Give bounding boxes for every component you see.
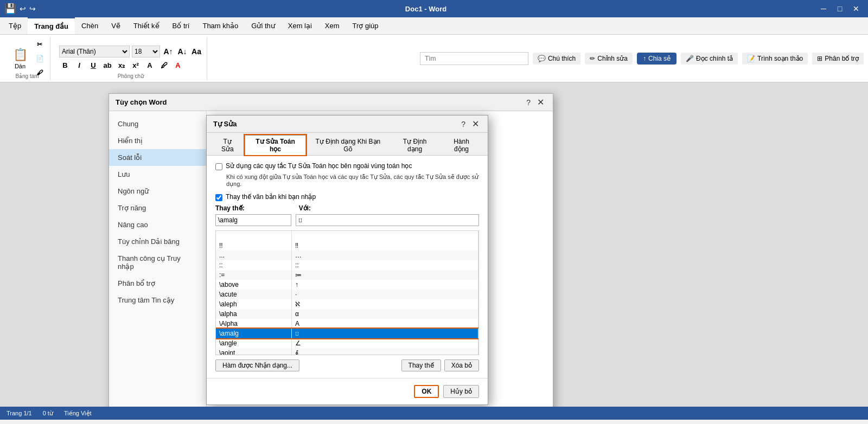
- menu-tab-insert[interactable]: Chèn: [75, 17, 105, 34]
- table-row[interactable]: \aoint∮: [216, 348, 478, 355]
- autocorrect-dialog: Tự Sửa ? ✕ Tự Sửa Tư Sửa Toán học Tự Địn…: [206, 115, 488, 405]
- right-ribbon-area: 💬 Chú thích ✏ Chỉnh sửa ↑ Chia sẻ 🎤 Đọc …: [420, 52, 864, 65]
- math-autocorrect-checkbox[interactable]: [215, 163, 222, 170]
- table-row[interactable]: \amalg⨿: [216, 329, 478, 338]
- close-button[interactable]: ✕: [848, 2, 864, 15]
- minimize-button[interactable]: ─: [816, 2, 831, 15]
- table-row[interactable]: ...…: [216, 250, 478, 260]
- sidebar-item-soat-loi[interactable]: Soát lỗi: [109, 149, 206, 166]
- menu-tab-layout[interactable]: Bố trí: [166, 17, 196, 34]
- font-size-select[interactable]: 18: [132, 46, 160, 57]
- tab-tu-sua-toan-hoc[interactable]: Tư Sửa Toán học: [245, 135, 305, 155]
- replace-text-checkbox[interactable]: [215, 194, 222, 201]
- sidebar-item-tro-nang[interactable]: Trợ năng: [109, 200, 206, 216]
- tab-hanh-dong[interactable]: Hành động: [441, 135, 482, 155]
- increase-font-button[interactable]: A↑: [162, 46, 174, 57]
- edit-button[interactable]: ✏ Chỉnh sửa: [585, 53, 633, 65]
- menu-tab-review[interactable]: Xem lại: [282, 17, 318, 34]
- highlight-button[interactable]: 🖊: [158, 60, 170, 72]
- replace-table-wrapper: !!‼...…:::::=≔\above↑\acute·\alephℵ\alph…: [215, 230, 479, 355]
- voi-cell: ‼: [292, 241, 478, 250]
- replace-column-headers: Thay thế: Với:: [215, 204, 479, 212]
- sidebar-item-chung[interactable]: Chung: [109, 115, 206, 132]
- subscript-button[interactable]: x₂: [116, 60, 127, 72]
- autocorrect-cancel-button[interactable]: Hủy bỏ: [443, 385, 479, 398]
- thay-the-cell: !!: [216, 241, 292, 250]
- menu-tab-home[interactable]: Trang đầu: [28, 17, 75, 34]
- recognized-functions-button[interactable]: Hàm được Nhận dạng...: [215, 359, 299, 371]
- thay-the-input[interactable]: [215, 214, 291, 226]
- voi-cell: ≔: [292, 270, 478, 280]
- menu-tab-draw[interactable]: Vẽ: [105, 17, 127, 34]
- copy-button[interactable]: 📄: [34, 53, 46, 65]
- thay-the-cell: \acute: [216, 290, 292, 299]
- table-row[interactable]: :=≔: [216, 270, 478, 280]
- table-row[interactable]: !!‼: [216, 241, 478, 250]
- decrease-font-button[interactable]: A↓: [176, 46, 188, 57]
- replace-button[interactable]: Thay thế: [401, 359, 441, 371]
- sidebar-item-thanh-cong-cu[interactable]: Thanh công cụ Truy nhập: [109, 250, 206, 275]
- comment-button[interactable]: 💬 Chú thích: [533, 53, 580, 65]
- bold-button[interactable]: B: [59, 60, 71, 72]
- read-aloud-button[interactable]: 🎤 Đọc chính tả: [681, 53, 738, 65]
- italic-button[interactable]: I: [73, 60, 85, 72]
- menu-tab-design[interactable]: Thiết kế: [127, 17, 166, 34]
- replace-delete-buttons: Thay thế Xóa bỏ: [401, 359, 479, 371]
- sidebar-item-tuy-chinh-dai-bang[interactable]: Tùy chỉnh Dải băng: [109, 233, 206, 250]
- font-case-button[interactable]: Aa: [190, 46, 202, 57]
- document-area: Tùy chọn Word ? ✕ Chung Hiển thị Soát lỗ…: [0, 82, 868, 407]
- sidebar-item-trung-tam-tin-cay[interactable]: Trung tâm Tin cậy: [109, 292, 206, 309]
- menu-tab-references[interactable]: Tham khảo: [196, 17, 245, 34]
- cut-button[interactable]: ✂: [34, 38, 46, 50]
- voi-cell: ::: [292, 260, 478, 270]
- sidebar-item-phan-bo-tro[interactable]: Phân bổ trợ: [109, 275, 206, 292]
- menu-tab-help[interactable]: Trợ giúp: [346, 17, 385, 34]
- word-options-close-button[interactable]: ✕: [535, 97, 546, 107]
- tab-tu-sua[interactable]: Tự Sửa: [211, 135, 244, 155]
- voi-cell: ∮: [292, 348, 478, 355]
- menu-tab-mailings[interactable]: Gửi thư: [245, 17, 281, 34]
- autocorrect-help-button[interactable]: ?: [459, 120, 468, 129]
- note-text: Khi có xung đột giữa Tự sửa Toán học và …: [226, 174, 479, 188]
- layout-button[interactable]: ⊞ Phân bố trợ: [812, 53, 864, 65]
- maximize-button[interactable]: □: [832, 2, 847, 15]
- sidebar-item-nang-cao[interactable]: Nâng cao: [109, 216, 206, 233]
- superscript-button[interactable]: x²: [130, 60, 142, 72]
- doc-title: Doc1 - Word: [44, 5, 807, 13]
- voi-cell: ∠: [292, 338, 478, 348]
- font-name-select[interactable]: Arial (Thân): [59, 46, 130, 57]
- thay-the-cell: \angle: [216, 338, 292, 348]
- menu-tab-view[interactable]: Xem: [318, 17, 346, 34]
- table-row[interactable]: \alephℵ: [216, 299, 478, 309]
- sidebar-item-hien-thi[interactable]: Hiển thị: [109, 132, 206, 149]
- sidebar-item-luu[interactable]: Lưu: [109, 166, 206, 183]
- table-row[interactable]: ::::: [216, 260, 478, 270]
- edit-icon: ✏: [590, 55, 595, 62]
- autocorrect-ok-button[interactable]: OK: [414, 385, 439, 398]
- checkbox1-row: Sử dụng các quy tắc Tự Sửa Toán học bên …: [215, 162, 479, 170]
- share-button[interactable]: ↑ Chia sẻ: [637, 53, 676, 65]
- editor-button[interactable]: 📝 Trình soạn thảo: [742, 53, 808, 65]
- font-group: Arial (Thân) 18 A↑ A↓ Aa B I U ab x₂ x² …: [55, 37, 207, 80]
- font-color-button[interactable]: A: [172, 60, 184, 72]
- sidebar-item-ngon-ngu[interactable]: Ngôn ngữ: [109, 183, 206, 200]
- word-options-help-button[interactable]: ?: [524, 98, 533, 107]
- table-row[interactable]: \acute·: [216, 290, 478, 299]
- autocorrect-close-button[interactable]: ✕: [470, 119, 481, 129]
- table-row[interactable]: \above↑: [216, 280, 478, 290]
- share-icon: ↑: [643, 55, 646, 62]
- thay-the-cell: \amalg: [216, 329, 292, 338]
- tab-tu-dinh-dang[interactable]: Tự Định dạng: [390, 135, 439, 155]
- paste-button[interactable]: 📋 Dán: [9, 46, 31, 72]
- table-row[interactable]: \angle∠: [216, 338, 478, 348]
- menu-tab-file[interactable]: Tệp: [2, 17, 28, 34]
- voi-input[interactable]: [296, 214, 479, 226]
- underline-button[interactable]: U: [87, 60, 99, 72]
- tab-tu-dinh-dang-khi-ban-go[interactable]: Tự Định dạng Khi Bạn Gõ: [307, 135, 389, 155]
- table-row[interactable]: \alphaα: [216, 309, 478, 319]
- strikethrough-button[interactable]: ab: [101, 60, 113, 72]
- table-row[interactable]: \AlphaΑ: [216, 319, 478, 329]
- search-input[interactable]: [420, 52, 528, 65]
- text-effects-button[interactable]: A: [144, 60, 156, 72]
- delete-button[interactable]: Xóa bỏ: [444, 359, 479, 371]
